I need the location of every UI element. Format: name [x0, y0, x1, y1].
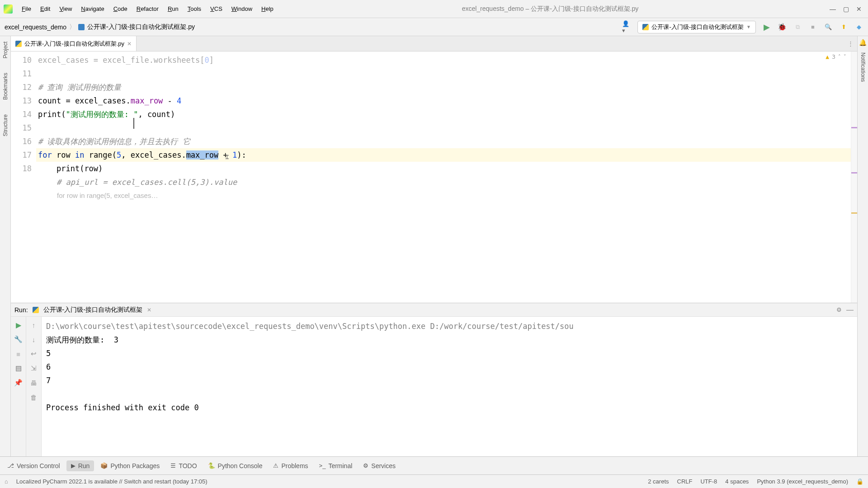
notifications-icon[interactable]: 🔔 [859, 39, 867, 46]
up-icon[interactable]: ↑ [28, 319, 39, 330]
layout-icon[interactable]: ▤ [13, 363, 24, 374]
status-eol[interactable]: CRLF [677, 478, 693, 485]
code-lines[interactable]: excel_cases = excel_file.worksheets[0]# … [36, 52, 851, 303]
maximize-button[interactable]: ▢ [843, 5, 849, 13]
scroll-end-icon[interactable]: ⇲ [28, 363, 39, 374]
run-settings-icon[interactable]: ⚙ [836, 306, 842, 313]
body-area: Project Bookmarks Structure 公开课-入门级-接口自动… [0, 36, 868, 456]
menubar: FileEditViewNavigateCodeRefactorRunTools… [18, 4, 277, 14]
python-file-icon [78, 24, 85, 30]
tool-tab-problems[interactable]: ⚠Problems [269, 460, 312, 471]
run-body: ▶ 🔧 ■ ▤ 📌 ↑ ↓ ↩ ⇲ 🖶 🗑 D:\work\course\tes… [11, 317, 857, 456]
editor-tab[interactable]: 公开课-入门级-接口自动化测试框架.py ✕ [11, 36, 137, 51]
tool-tab-terminal[interactable]: >_Terminal [315, 460, 357, 471]
close-tab-icon[interactable]: ✕ [127, 41, 132, 47]
python-icon [642, 24, 649, 30]
menu-refactor[interactable]: Refactor [133, 4, 162, 14]
update-button[interactable]: ⬆ [839, 23, 848, 32]
bookmarks-tool-tab[interactable]: Bookmarks [2, 70, 9, 103]
search-button[interactable]: 🔍 [824, 23, 833, 32]
run-hide-icon[interactable]: — [846, 306, 854, 314]
run-label: Run: [14, 306, 28, 314]
status-message[interactable]: Localized PyCharm 2022.1 is available //… [16, 478, 208, 485]
soft-wrap-icon[interactable]: ↩ [28, 348, 39, 359]
lock-icon[interactable]: 🔒 [856, 478, 863, 485]
debug-button[interactable]: 🐞 [778, 23, 787, 32]
titlebar: FileEditViewNavigateCodeRefactorRunTools… [0, 0, 868, 18]
menu-window[interactable]: Window [228, 4, 256, 14]
run-left-controls: ▶ 🔧 ■ ▤ 📌 [11, 317, 26, 456]
run-header: Run: 公开课-入门级-接口自动化测试框架 ✕ ⚙ — [11, 303, 857, 317]
run-tab-name[interactable]: 公开课-入门级-接口自动化测试框架 [43, 306, 142, 314]
tool-tab-icon: 🐍 [208, 462, 215, 469]
line-gutter[interactable]: 101112131415161718 [11, 52, 36, 303]
menu-vcs[interactable]: VCS [207, 4, 226, 14]
breadcrumb: excel_requests_demo 〉 公开课-入门级-接口自动化测试框架.… [5, 23, 195, 31]
close-button[interactable]: ✕ [856, 5, 862, 13]
menu-code[interactable]: Code [110, 4, 131, 14]
pin-icon[interactable]: 📌 [13, 377, 24, 388]
code-editor[interactable]: ▲ 3 ˄ ˅ 101112131415161718 excel_cases =… [11, 52, 857, 303]
breadcrumb-separator: 〉 [69, 23, 75, 31]
status-sdk[interactable]: Python 3.9 (excel_requests_demo) [757, 478, 848, 485]
toolbar: excel_requests_demo 〉 公开课-入门级-接口自动化测试框架.… [0, 18, 868, 36]
run-tool-window: Run: 公开课-入门级-接口自动化测试框架 ✕ ⚙ — ▶ 🔧 ■ ▤ 📌 ↑ [11, 303, 857, 456]
run-output[interactable]: D:\work\course\test\apitest\sourcecode\e… [42, 317, 857, 417]
run-config-name: 公开课-入门级-接口自动化测试框架 [651, 23, 744, 31]
clear-icon[interactable]: 🗑 [28, 392, 39, 403]
menu-navigate[interactable]: Navigate [77, 4, 108, 14]
tool-tab-run[interactable]: ▶Run [66, 460, 94, 471]
tab-label: 公开课-入门级-接口自动化测试框架.py [24, 40, 124, 48]
project-tool-tab[interactable]: Project [2, 39, 9, 61]
menu-run[interactable]: Run [164, 4, 182, 14]
status-info-icon: ⌂ [5, 478, 8, 485]
editor: 公开课-入门级-接口自动化测试框架.py ✕ ⋮ ▲ 3 ˄ ˅ 1011121… [11, 36, 857, 303]
tool-tab-icon: 📦 [100, 462, 108, 469]
error-stripe[interactable] [851, 52, 857, 303]
tool-tab-python-console[interactable]: 🐍Python Console [203, 460, 267, 471]
menu-file[interactable]: File [18, 4, 35, 14]
menu-tools[interactable]: Tools [184, 4, 205, 14]
structure-tool-tab[interactable]: Structure [2, 112, 9, 139]
stop-icon[interactable]: ■ [13, 348, 24, 359]
print-icon[interactable]: 🖶 [28, 377, 39, 388]
tool-tab-services[interactable]: ⚙Services [359, 460, 400, 471]
toolbar-actions: 👤▾ 公开课-入门级-接口自动化测试框架 ▼ ▶ 🐞 ⧉ ■ 🔍 ⬆ ◆ [622, 21, 863, 33]
tool-tab-icon: >_ [319, 462, 326, 469]
bottom-tool-tabs: ⎇Version Control▶Run📦Python Packages☰TOD… [0, 456, 868, 474]
tool-tab-icon: ⚙ [363, 462, 368, 469]
status-indent[interactable]: 4 spaces [725, 478, 749, 485]
stop-button[interactable]: ■ [808, 23, 817, 32]
menu-view[interactable]: View [56, 4, 75, 14]
run-button[interactable]: ▶ [762, 23, 771, 32]
close-run-tab-icon[interactable]: ✕ [147, 307, 151, 313]
ide-features-button[interactable]: ◆ [854, 23, 863, 32]
coverage-button[interactable]: ⧉ [793, 23, 802, 32]
run-output-controls: ↑ ↓ ↩ ⇲ 🖶 🗑 [26, 317, 42, 456]
status-carets[interactable]: 2 carets [648, 478, 669, 485]
tool-tab-icon: ☰ [170, 462, 176, 469]
notifications-tool-tab[interactable]: Notifications [860, 50, 866, 84]
menu-help[interactable]: Help [258, 4, 277, 14]
window-title: excel_requests_demo – 公开课-入门级-接口自动化测试框架.… [277, 5, 823, 13]
tool-tab-python-packages[interactable]: 📦Python Packages [96, 460, 164, 471]
tabs-more-icon[interactable]: ⋮ [844, 40, 857, 47]
tool-tab-todo[interactable]: ☰TODO [166, 460, 201, 471]
fold-hint: for row in range(5, excel_cases… [36, 189, 851, 202]
status-bar: ⌂ Localized PyCharm 2022.1 is available … [0, 474, 868, 488]
right-tool-strip: 🔔 Notifications [857, 36, 868, 456]
run-config-selector[interactable]: 公开课-入门级-接口自动化测试框架 ▼ [637, 21, 756, 33]
python-file-icon [15, 41, 22, 47]
run-tool-icon[interactable]: 🔧 [13, 334, 24, 345]
main-column: 公开课-入门级-接口自动化测试框架.py ✕ ⋮ ▲ 3 ˄ ˅ 1011121… [11, 36, 857, 456]
tool-tab-version-control[interactable]: ⎇Version Control [3, 460, 65, 471]
breadcrumb-root[interactable]: excel_requests_demo [5, 23, 66, 31]
user-icon[interactable]: 👤▾ [622, 23, 631, 32]
minimize-button[interactable]: — [830, 5, 836, 13]
menu-edit[interactable]: Edit [37, 4, 54, 14]
rerun-icon[interactable]: ▶ [13, 319, 24, 330]
status-encoding[interactable]: UTF-8 [700, 478, 717, 485]
down-icon[interactable]: ↓ [28, 334, 39, 345]
breadcrumb-file[interactable]: 公开课-入门级-接口自动化测试框架.py [87, 23, 195, 31]
window-controls: — ▢ ✕ [823, 5, 868, 13]
